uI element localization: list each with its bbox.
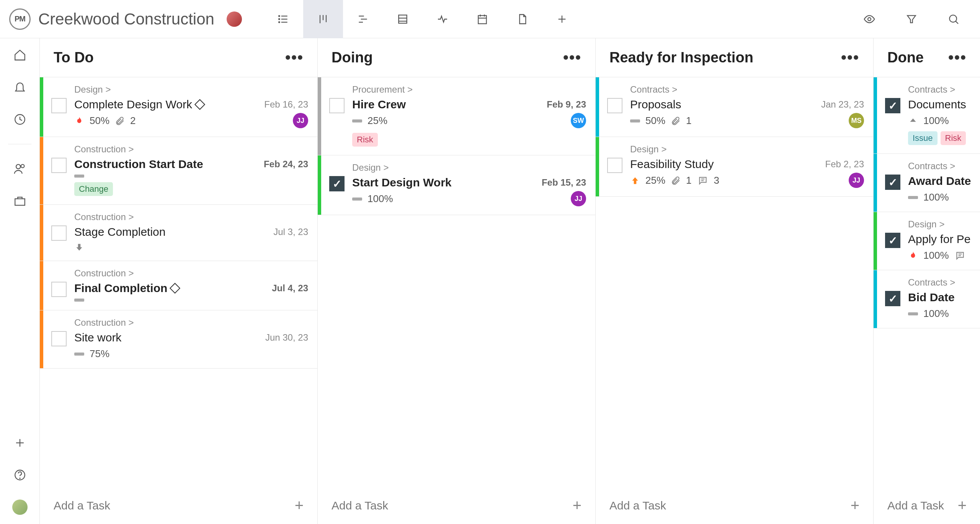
task-checkbox[interactable] xyxy=(885,233,900,248)
column-menu-button[interactable]: ••• xyxy=(563,49,581,66)
task-card[interactable]: Contracts > Proposals Jan 23, 23 50%1 MS xyxy=(596,77,873,137)
add-task-button[interactable]: Add a Task+ xyxy=(874,487,980,524)
board-column: Done••• Contracts > Documents 100% Issue… xyxy=(874,38,980,524)
view-tab-add[interactable] xyxy=(542,0,582,38)
sidebar-help[interactable] xyxy=(12,467,28,483)
assignee-avatar[interactable]: JJ xyxy=(293,113,308,128)
sidebar-add[interactable] xyxy=(12,435,28,451)
task-card[interactable]: Construction > Construction Start Date F… xyxy=(40,137,317,205)
task-card[interactable]: Contracts > Bid Date 100% xyxy=(874,270,980,328)
column-menu-button[interactable]: ••• xyxy=(948,49,967,66)
svg-point-4 xyxy=(279,18,280,20)
task-breadcrumb[interactable]: Design > xyxy=(74,84,308,95)
plus-icon: + xyxy=(573,497,581,514)
column-menu-button[interactable]: ••• xyxy=(285,49,304,66)
task-breadcrumb[interactable]: Contracts > xyxy=(630,84,864,95)
task-percent: 100% xyxy=(923,115,949,127)
assignee-avatar[interactable]: JJ xyxy=(571,191,586,206)
task-card[interactable]: Design > Complete Design Work Feb 16, 23… xyxy=(40,77,317,137)
task-breadcrumb[interactable]: Contracts > xyxy=(908,161,971,171)
board: To Do••• Design > Complete Design Work F… xyxy=(40,38,980,524)
tag-change[interactable]: Change xyxy=(74,182,113,196)
task-checkbox[interactable] xyxy=(51,282,67,297)
task-card[interactable]: Contracts > Documents 100% IssueRisk xyxy=(874,77,980,154)
add-task-button[interactable]: Add a Task+ xyxy=(596,487,873,524)
add-task-label: Add a Task xyxy=(54,499,110,512)
view-tab-sheet[interactable] xyxy=(383,0,423,38)
svg-point-21 xyxy=(868,18,871,21)
assignee-avatar[interactable]: MS xyxy=(849,113,864,128)
tag-risk[interactable]: Risk xyxy=(352,133,378,147)
task-breadcrumb[interactable]: Construction > xyxy=(74,212,308,222)
view-tab-board[interactable] xyxy=(303,0,343,38)
search-button[interactable] xyxy=(936,0,971,38)
task-card[interactable]: Construction > Site work Jun 30, 23 75% xyxy=(40,310,317,369)
task-title: Feasibility Study xyxy=(630,158,714,171)
task-checkbox[interactable] xyxy=(607,158,622,173)
task-card[interactable]: Construction > Stage Completion Jul 3, 2… xyxy=(40,205,317,261)
assignee-avatar[interactable]: SW xyxy=(571,113,586,128)
view-tab-dashboard[interactable] xyxy=(423,0,462,38)
task-breadcrumb[interactable]: Contracts > xyxy=(908,277,971,288)
task-checkbox[interactable] xyxy=(885,291,900,306)
task-card[interactable]: Procurement > Hire Crew Feb 9, 23 25% SW… xyxy=(318,77,595,155)
task-breadcrumb[interactable]: Design > xyxy=(908,219,971,230)
help-icon xyxy=(13,468,26,482)
sidebar-team[interactable] xyxy=(12,161,28,176)
task-date: Jan 23, 23 xyxy=(821,99,864,110)
view-tab-list[interactable] xyxy=(263,0,303,38)
sheet-icon xyxy=(397,13,409,25)
sidebar-time[interactable] xyxy=(12,112,28,127)
task-checkbox[interactable] xyxy=(51,331,67,346)
user-avatar[interactable] xyxy=(12,500,28,515)
task-checkbox[interactable] xyxy=(51,98,67,113)
clock-icon xyxy=(13,113,26,126)
task-checkbox[interactable] xyxy=(885,98,900,113)
task-checkbox[interactable] xyxy=(51,158,67,173)
view-tab-gantt[interactable] xyxy=(343,0,383,38)
visibility-button[interactable] xyxy=(852,0,887,38)
task-card[interactable]: Design > Feasibility Study Feb 2, 23 25%… xyxy=(596,137,873,197)
column-title: To Do xyxy=(54,49,94,66)
add-task-button[interactable]: Add a Task+ xyxy=(40,487,317,524)
list-icon xyxy=(277,13,289,25)
task-breadcrumb[interactable]: Design > xyxy=(352,162,586,173)
app-logo[interactable]: PM xyxy=(9,8,31,30)
task-title: Site work xyxy=(74,331,121,344)
tag-risk[interactable]: Risk xyxy=(941,131,966,145)
task-card[interactable]: Design > Start Design Work Feb 15, 23 10… xyxy=(318,155,595,215)
column-menu-button[interactable]: ••• xyxy=(841,49,859,66)
task-breadcrumb[interactable]: Construction > xyxy=(74,317,308,328)
view-tab-calendar[interactable] xyxy=(462,0,502,38)
task-breadcrumb[interactable]: Procurement > xyxy=(352,84,586,95)
task-checkbox[interactable] xyxy=(885,175,900,190)
task-card[interactable]: Construction > Final Completion Jul 4, 2… xyxy=(40,261,317,310)
task-checkbox[interactable] xyxy=(329,176,345,191)
sidebar-home[interactable] xyxy=(12,47,28,63)
task-title: Stage Completion xyxy=(74,225,165,238)
sidebar-notifications[interactable] xyxy=(12,80,28,95)
briefcase-icon xyxy=(13,194,26,207)
add-task-button[interactable]: Add a Task+ xyxy=(318,487,595,524)
project-avatar[interactable] xyxy=(227,11,242,27)
task-checkbox[interactable] xyxy=(329,98,345,113)
view-tab-files[interactable] xyxy=(502,0,542,38)
tag-issue[interactable]: Issue xyxy=(908,131,938,145)
filter-button[interactable] xyxy=(894,0,929,38)
task-title: Bid Date xyxy=(908,291,955,304)
task-card[interactable]: Design > Apply for Pe 100% xyxy=(874,212,980,270)
task-checkbox[interactable] xyxy=(607,98,622,113)
task-meta xyxy=(74,299,308,302)
task-breadcrumb[interactable]: Design > xyxy=(630,144,864,155)
sidebar-portfolio[interactable] xyxy=(12,193,28,209)
assignee-avatar[interactable]: JJ xyxy=(849,173,864,188)
task-date: Jul 4, 23 xyxy=(272,283,308,294)
task-title: Final Completion xyxy=(74,282,179,295)
task-breadcrumb[interactable]: Contracts > xyxy=(908,84,971,95)
task-breadcrumb[interactable]: Construction > xyxy=(74,144,308,155)
task-breadcrumb[interactable]: Construction > xyxy=(74,268,308,279)
task-card[interactable]: Contracts > Award Date 100% xyxy=(874,154,980,212)
task-tags: Change xyxy=(74,178,308,196)
task-checkbox[interactable] xyxy=(51,225,67,241)
card-stripe xyxy=(874,77,877,153)
